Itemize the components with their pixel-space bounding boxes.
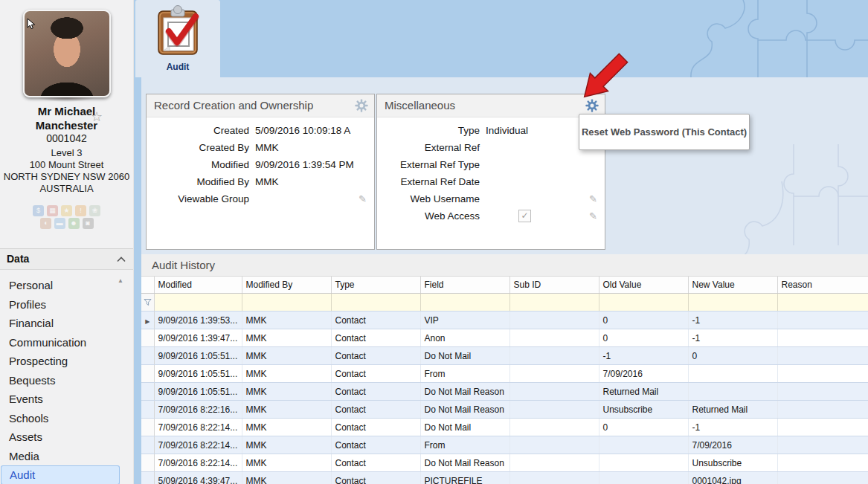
events-icon: ▦ <box>47 205 58 216</box>
row-selector-cell[interactable] <box>141 472 154 484</box>
sidebar-item-media[interactable]: Media <box>0 447 133 466</box>
badge-row: $▦★!❀ <box>0 205 133 218</box>
edit-pencil-icon[interactable]: ✎ <box>589 207 597 225</box>
sidebar-section-title: Data <box>7 253 29 265</box>
table-row[interactable]: 5/09/2016 4:39:47...MMKContactPICTUREFIL… <box>141 472 868 484</box>
edit-pencil-icon[interactable]: ✎ <box>359 190 367 207</box>
filter-cell[interactable] <box>509 294 599 312</box>
field-label: External Ref Type <box>377 156 480 173</box>
contact-name-line2: Manchester <box>0 118 133 132</box>
table-cell: Contact <box>331 419 420 436</box>
reset-web-password-menu-item[interactable]: Reset Web Password (This Contact) <box>579 114 750 150</box>
field-value: MMK <box>255 176 279 187</box>
field-label: Web Username <box>377 190 480 207</box>
table-cell: Contact <box>331 329 420 347</box>
table-cell: -1 <box>688 419 777 436</box>
record-panel-header: Record Creation and Ownership <box>147 94 374 117</box>
sidebar-item-profiles[interactable]: Profiles <box>0 295 133 314</box>
edit-pencil-icon[interactable]: ✎ <box>589 190 597 207</box>
row-selector-cell[interactable] <box>141 419 154 436</box>
column-header-field[interactable]: Field <box>420 277 509 294</box>
filter-cell[interactable] <box>331 294 420 312</box>
puzzle-pattern-decoration <box>645 0 868 77</box>
sidebar-item-financial[interactable]: Financial <box>0 314 133 333</box>
table-row[interactable]: 9/09/2016 1:05:51...MMKContactDo Not Mai… <box>141 347 868 365</box>
sidebar-item-communication[interactable]: Communication <box>0 333 133 352</box>
sidebar-item-audit[interactable]: Audit <box>1 465 120 484</box>
table-cell: MMK <box>242 329 331 347</box>
column-header-reason[interactable]: Reason <box>777 277 868 294</box>
table-cell: -1 <box>688 329 777 347</box>
field-label: Created <box>147 122 249 139</box>
table-cell: VIP <box>420 312 509 329</box>
sidebar-menu: PersonalProfilesFinancialCommunicationPr… <box>0 276 133 484</box>
contact-name-line1: Mr Michael <box>0 104 133 118</box>
row-selector-cell[interactable] <box>141 365 154 383</box>
filter-cell[interactable] <box>599 294 688 312</box>
table-cell <box>777 472 868 484</box>
web-access-checkbox[interactable]: ✓ <box>518 210 531 222</box>
column-header-modified-by[interactable]: Modified By <box>242 277 331 294</box>
sidebar-item-bequests[interactable]: Bequests <box>0 371 133 390</box>
table-cell: MMK <box>242 312 331 329</box>
table-row[interactable]: 7/09/2016 8:22:14...MMKContactDo Not Mai… <box>141 454 868 472</box>
sidebar-section-data[interactable]: Data <box>0 248 133 270</box>
row-selector-cell[interactable]: ▶ <box>141 312 154 329</box>
contact-photo[interactable] <box>23 10 111 97</box>
row-selector-cell[interactable] <box>141 383 154 401</box>
sidebar-item-assets[interactable]: Assets <box>0 427 133 447</box>
gear-icon[interactable] <box>355 99 368 112</box>
column-header-type[interactable]: Type <box>331 277 420 294</box>
column-header-new-value[interactable]: New Value <box>688 277 777 294</box>
sidebar-item-prospecting[interactable]: Prospecting <box>0 352 133 371</box>
column-header-modified[interactable]: Modified <box>154 277 242 294</box>
row-selector-cell[interactable] <box>141 329 154 347</box>
table-cell: MMK <box>242 419 331 436</box>
filter-cell[interactable] <box>777 294 868 312</box>
filter-cell[interactable] <box>154 294 242 312</box>
record-panel-body: Created5/09/2016 10:09:18 ACreated ByMMK… <box>147 117 374 207</box>
table-cell: Returned Mail <box>688 401 777 419</box>
misc-panel-header: Miscellaneous <box>377 94 605 117</box>
table-cell: 7/09/2016 8:22:14... <box>154 436 242 454</box>
filter-cell[interactable] <box>242 294 331 312</box>
table-cell: 7/09/2016 8:22:14... <box>154 419 242 436</box>
table-row[interactable]: 7/09/2016 8:22:14...MMKContactFrom7/09/2… <box>141 436 868 454</box>
membership-icon: ▬ <box>54 218 65 229</box>
gear-icon[interactable] <box>585 99 599 112</box>
tab-audit[interactable]: Audit <box>135 0 220 77</box>
table-cell: 7/09/2016 <box>688 436 777 454</box>
favorite-star-icon[interactable]: ☆ <box>91 109 103 125</box>
field-row: Web Username✎ <box>377 190 605 207</box>
table-cell <box>777 365 868 383</box>
table-cell: Contact <box>331 472 420 484</box>
row-selector-cell[interactable] <box>141 401 154 419</box>
row-selector-cell[interactable] <box>141 436 154 454</box>
table-row[interactable]: 9/09/2016 1:05:51...MMKContactFrom7/09/2… <box>141 365 868 383</box>
field-row: Modified ByMMK <box>147 173 374 190</box>
award-icon: ★ <box>61 205 72 216</box>
table-row[interactable]: 7/09/2016 8:22:16...MMKContactDo Not Mai… <box>141 401 868 419</box>
filter-cell[interactable] <box>688 294 777 312</box>
field-value: 9/09/2016 1:39:54 PM <box>255 159 354 170</box>
row-selector-cell[interactable] <box>141 454 154 472</box>
table-cell <box>777 383 868 401</box>
sidebar-item-schools[interactable]: Schools <box>0 409 133 428</box>
table-cell <box>777 454 868 472</box>
table-row[interactable]: ▶9/09/2016 1:39:53...MMKContactVIP0-1 <box>141 312 868 329</box>
table-row[interactable]: 9/09/2016 1:39:47...MMKContactAnon0-1 <box>141 329 868 347</box>
sidebar-item-events[interactable]: Events <box>0 390 133 409</box>
contact-id: 0001042 <box>0 132 133 144</box>
filter-icon-cell <box>141 294 154 312</box>
address-line: 100 Mount Street <box>0 159 133 171</box>
filter-cell[interactable] <box>420 294 509 312</box>
filter-row <box>141 294 868 312</box>
row-selector-cell[interactable] <box>141 347 154 365</box>
field-label: Viewable Group <box>147 190 249 207</box>
table-row[interactable]: 9/09/2016 1:05:51...MMKContactDo Not Mai… <box>141 383 868 401</box>
column-header-old-value[interactable]: Old Value <box>599 277 688 294</box>
sidebar-item-personal[interactable]: Personal <box>0 276 133 295</box>
column-header-sub-id[interactable]: Sub ID <box>509 277 599 294</box>
chevron-up-icon <box>117 256 126 262</box>
table-row[interactable]: 7/09/2016 8:22:14...MMKContactDo Not Mai… <box>141 419 868 436</box>
